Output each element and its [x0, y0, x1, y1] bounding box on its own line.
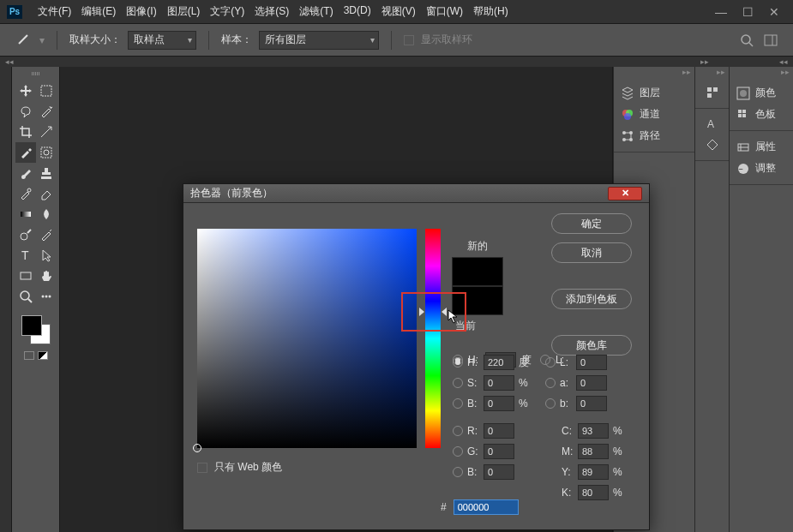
menu-item[interactable]: 视图(V): [376, 4, 421, 19]
rectangle-tool[interactable]: [15, 266, 36, 286]
dodge-tool[interactable]: [15, 224, 36, 245]
panel-tab[interactable]: 调整: [736, 158, 786, 179]
sample-size-select[interactable]: 取样点: [128, 31, 196, 50]
input-lab-b[interactable]: [576, 396, 607, 411]
magic-wand-tool[interactable]: [36, 101, 57, 122]
radio-g[interactable]: [453, 446, 463, 457]
color-field[interactable]: [197, 229, 417, 448]
dialog-close-button[interactable]: ✕: [608, 187, 642, 200]
path-select-tool[interactable]: [36, 245, 57, 266]
zoom-tool[interactable]: [15, 286, 36, 307]
spot-heal-tool[interactable]: [36, 142, 57, 163]
panel-tab[interactable]: 图层: [621, 82, 688, 104]
main-area: T 拾色器（前景色） ✕ 新的: [0, 67, 793, 532]
input-s[interactable]: [484, 375, 514, 391]
input-a[interactable]: [576, 375, 607, 391]
svg-rect-34: [742, 114, 746, 117]
svg-point-7: [27, 188, 31, 192]
type-tool[interactable]: T: [15, 245, 36, 266]
stamp-tool[interactable]: [36, 163, 57, 183]
panel-tab[interactable]: 属性: [736, 136, 786, 158]
menu-item[interactable]: 图层(L): [162, 4, 206, 19]
cancel-button[interactable]: 取消: [551, 242, 632, 263]
eyedropper-tool[interactable]: [15, 142, 36, 163]
menu-item[interactable]: 选择(S): [249, 4, 294, 19]
default-colors-icon[interactable]: [38, 351, 48, 360]
input-m[interactable]: [578, 444, 609, 459]
radio-r[interactable]: [453, 426, 463, 436]
panel-icon-2[interactable]: A: [702, 114, 722, 134]
minimize-button[interactable]: —: [715, 5, 727, 19]
eraser-tool[interactable]: [36, 183, 57, 204]
maximize-button[interactable]: ☐: [742, 5, 754, 19]
input-y[interactable]: [578, 464, 609, 480]
canvas[interactable]: 拾色器（前景色） ✕ 新的 当前 确定 取消: [60, 67, 612, 532]
marquee-tool[interactable]: [36, 81, 57, 101]
radio-bb[interactable]: [453, 467, 463, 477]
blur-tool[interactable]: [36, 204, 57, 224]
dialog-titlebar[interactable]: 拾色器（前景色） ✕: [183, 184, 649, 203]
radio-l[interactable]: [545, 357, 556, 368]
titlebar: Ps 文件(F)编辑(E)图像(I)图层(L)文字(Y)选择(S)滤镜(T)3D…: [0, 0, 793, 24]
panel-tab[interactable]: 色板: [736, 104, 786, 125]
brush-tool[interactable]: [15, 163, 36, 183]
panel-tab[interactable]: 颜色: [736, 82, 786, 104]
hand-tool[interactable]: [36, 266, 57, 286]
radio-s[interactable]: [453, 378, 463, 388]
hue-arrow-left: [419, 308, 424, 316]
menu-item[interactable]: 编辑(E): [76, 4, 121, 19]
svg-text:A: A: [707, 118, 714, 130]
menu-item[interactable]: 文件(F): [33, 4, 76, 19]
history-brush-tool[interactable]: [15, 183, 36, 204]
foreground-swatch[interactable]: [21, 315, 42, 336]
web-only-checkbox[interactable]: [197, 463, 207, 473]
panel-icon: [736, 108, 750, 122]
menu-item[interactable]: 文字(Y): [205, 4, 249, 19]
menu-item[interactable]: 图像(I): [121, 4, 161, 19]
color-swatches[interactable]: [20, 314, 52, 346]
current-color-box[interactable]: [452, 286, 503, 315]
hex-row: #: [441, 499, 519, 515]
panel-tab[interactable]: 路径: [621, 125, 688, 146]
input-b[interactable]: [484, 396, 514, 411]
panel-icon-3[interactable]: [702, 134, 722, 155]
input-h[interactable]: [484, 355, 514, 370]
pen-tool[interactable]: [36, 224, 57, 245]
move-tool[interactable]: [15, 81, 36, 101]
collapse-bar: ◂◂ ▸▸ ◂◂: [0, 57, 793, 67]
close-button[interactable]: ✕: [769, 5, 779, 19]
input-bb[interactable]: [484, 464, 514, 480]
workspace-icon[interactable]: [764, 33, 778, 47]
gradient-tool[interactable]: [15, 204, 36, 224]
add-swatch-button[interactable]: 添加到色板: [551, 289, 632, 309]
input-l[interactable]: [576, 355, 607, 370]
svg-point-6: [44, 150, 49, 155]
hex-input[interactable]: [454, 499, 519, 515]
svg-rect-8: [21, 212, 31, 217]
input-k[interactable]: [578, 485, 609, 500]
quickmask-icon[interactable]: [24, 351, 34, 360]
show-ring-checkbox[interactable]: [404, 35, 414, 45]
input-r[interactable]: [484, 423, 514, 439]
input-g[interactable]: [484, 444, 514, 459]
menu-item[interactable]: 帮助(H): [468, 4, 514, 19]
panel-tab[interactable]: 通道: [621, 104, 688, 125]
lasso-tool[interactable]: [15, 101, 36, 122]
radio-lab-b[interactable]: [545, 398, 556, 409]
crop-tool[interactable]: [15, 122, 36, 142]
slice-tool[interactable]: [36, 122, 57, 142]
ok-button[interactable]: 确定: [551, 213, 632, 234]
menu-bar: 文件(F)编辑(E)图像(I)图层(L)文字(Y)选择(S)滤镜(T)3D(D)…: [33, 4, 514, 19]
menu-item[interactable]: 3D(D): [339, 4, 376, 19]
menu-item[interactable]: 滤镜(T): [294, 4, 338, 19]
search-icon[interactable]: [740, 33, 754, 47]
panel-icon-1[interactable]: [702, 82, 722, 103]
hue-slider[interactable]: [425, 229, 441, 448]
input-c[interactable]: [578, 423, 609, 439]
radio-h[interactable]: [453, 357, 463, 368]
edit-toolbar-tool[interactable]: [36, 286, 57, 307]
radio-a[interactable]: [545, 378, 556, 388]
menu-item[interactable]: 窗口(W): [421, 4, 468, 19]
radio-b[interactable]: [453, 398, 463, 409]
sample-select[interactable]: 所有图层: [259, 31, 379, 50]
